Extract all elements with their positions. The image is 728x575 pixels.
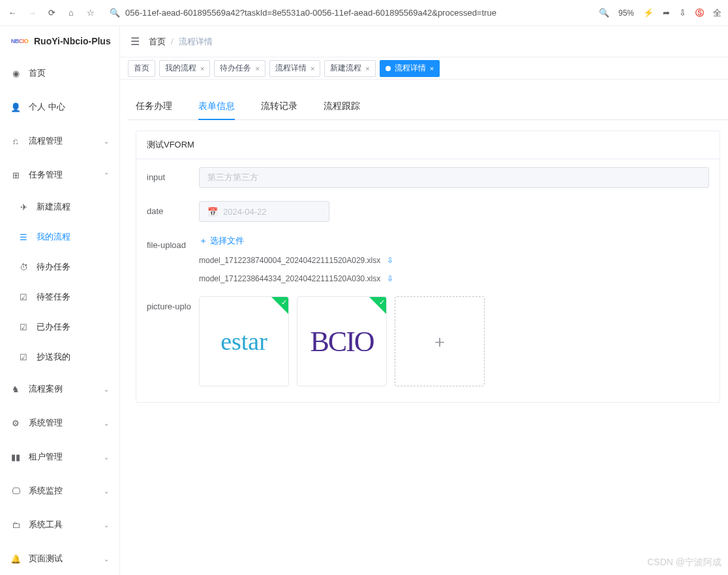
- sidebar-item-label: 已办任务: [37, 321, 70, 333]
- success-badge-icon: [369, 297, 386, 314]
- send-icon: ✈: [18, 202, 29, 212]
- picture-thumbnail[interactable]: BCIO: [297, 296, 387, 386]
- sidebar-item-todo[interactable]: ⏱ 待办任务: [0, 252, 119, 282]
- logo-row[interactable]: NBCIO RuoYi-Nbcio-Plus: [0, 26, 119, 56]
- date-field[interactable]: 📅 2024-04-22: [199, 201, 329, 222]
- input-field[interactable]: 第三方第三方: [199, 167, 709, 188]
- file-name: model_1712238740004_20240422111520A029.x…: [199, 256, 380, 265]
- chevron-down-icon: ⌄: [104, 555, 109, 563]
- flow-icon: ⎌: [10, 136, 21, 146]
- picture-label: picture-uplo: [147, 296, 199, 311]
- tab-new-flow[interactable]: 新建流程×: [324, 60, 375, 77]
- sidebar-item-profile[interactable]: 👤 个人 中心: [0, 90, 119, 124]
- choose-file-button[interactable]: ＋ 选择文件: [199, 235, 709, 247]
- tab-flow-detail-1[interactable]: 流程详情×: [269, 60, 320, 77]
- share-icon[interactable]: ➦: [663, 8, 670, 18]
- sidebar-item-cc[interactable]: ☑ 抄送我的: [0, 342, 119, 372]
- bolt-icon[interactable]: ⚡: [643, 8, 654, 18]
- refresh-icon[interactable]: ⟳: [46, 7, 57, 19]
- sidebar-item-label: 租户管理: [29, 451, 63, 463]
- clock-icon: ⏱: [18, 262, 29, 272]
- close-icon[interactable]: ×: [255, 65, 259, 72]
- url-bar[interactable]: 🔍 056-11ef-aead-601895569a42?taskId=8e55…: [104, 4, 591, 22]
- sidebar-item-tenant[interactable]: ▮▮ 租户管理 ⌄: [0, 440, 119, 474]
- sogou-icon[interactable]: Ⓢ: [695, 7, 704, 19]
- close-icon[interactable]: ×: [430, 65, 434, 72]
- back-icon[interactable]: ←: [7, 7, 18, 19]
- sidebar-item-case[interactable]: ♞ 流程案例 ⌄: [0, 372, 119, 406]
- chevron-down-icon: ⌄: [104, 138, 109, 145]
- main-area: ☰ 首页 / 流程详情 首页 我的流程× 待办任务× 流程详情× 新建流程× 流…: [120, 26, 728, 575]
- sidebar-item-label: 待办任务: [37, 261, 70, 273]
- forward-icon[interactable]: →: [26, 7, 38, 19]
- input-label: input: [147, 167, 199, 182]
- tab-label: 流程详情: [395, 63, 426, 74]
- breadcrumb-sep: /: [171, 37, 174, 46]
- inner-tab-task[interactable]: 任务办理: [136, 94, 172, 119]
- sidebar-item-tosign[interactable]: ☑ 待签任务: [0, 282, 119, 312]
- breadcrumb-home[interactable]: 首页: [149, 36, 166, 48]
- sidebar-item-home[interactable]: ◉ 首页: [0, 56, 119, 90]
- close-icon[interactable]: ×: [200, 65, 204, 72]
- sidebar-item-tools[interactable]: 🗀 系统工具 ⌄: [0, 508, 119, 542]
- chevron-down-icon: ⌄: [104, 521, 109, 529]
- inner-tab-track[interactable]: 流程跟踪: [324, 94, 360, 119]
- picture-upload-button[interactable]: ＋: [395, 296, 485, 386]
- sidebar-item-test[interactable]: 🔔 页面测试 ⌄: [0, 542, 119, 575]
- tab-flow-detail-2[interactable]: 流程详情×: [380, 60, 440, 77]
- close-icon[interactable]: ×: [311, 65, 314, 72]
- logo-text: RuoYi-Nbcio-Plus: [34, 36, 111, 46]
- zoom-out-icon[interactable]: 🔍: [599, 8, 609, 18]
- task-icon: ⊞: [10, 170, 21, 180]
- tab-todo[interactable]: 待办任务×: [214, 60, 265, 77]
- url-text: 056-11ef-aead-601895569a42?taskId=8e5531…: [125, 8, 496, 18]
- download-icon[interactable]: ⇩: [387, 256, 393, 265]
- breadcrumb: 首页 / 流程详情: [149, 36, 213, 48]
- more-text[interactable]: 全: [713, 7, 721, 19]
- sidebar-item-monitor[interactable]: 🖵 系统监控 ⌄: [0, 474, 119, 508]
- plus-icon: ＋: [431, 330, 448, 353]
- active-dot-icon: [386, 66, 391, 71]
- sidebar-item-task-mgmt[interactable]: ⊞ 任务管理 ⌃: [0, 158, 119, 192]
- inner-tab-history[interactable]: 流转记录: [261, 94, 297, 119]
- hamburger-icon[interactable]: ☰: [130, 35, 140, 48]
- download-icon[interactable]: ⇩: [387, 274, 393, 283]
- task-submenu: ✈ 新建流程 ☰ 我的流程 ⏱ 待办任务 ☑ 待签任务 ☑ 已办任务 ☑ 抄送我…: [0, 192, 119, 372]
- sidebar-item-my-flow[interactable]: ☰ 我的流程: [0, 222, 119, 252]
- picture-thumbnail[interactable]: estar: [199, 296, 289, 386]
- sidebar-item-label: 系统管理: [29, 417, 63, 429]
- inner-tab-form[interactable]: 表单信息: [198, 94, 235, 120]
- logo-icon: NBCIO: [10, 35, 29, 47]
- user-icon: 👤: [10, 102, 21, 112]
- case-icon: ♞: [10, 384, 21, 394]
- sidebar-item-label: 我的流程: [37, 231, 70, 243]
- calendar-icon: 📅: [207, 207, 218, 217]
- download-icon[interactable]: ⇩: [679, 8, 686, 18]
- sidebar-item-new-flow[interactable]: ✈ 新建流程: [0, 192, 119, 222]
- sidebar: NBCIO RuoYi-Nbcio-Plus ◉ 首页 👤 个人 中心 ⎌ 流程…: [0, 26, 120, 575]
- check-icon: ☑: [18, 352, 29, 362]
- sidebar-item-label: 待签任务: [37, 291, 70, 303]
- home-icon[interactable]: ⌂: [65, 7, 77, 19]
- chevron-down-icon: ⌄: [104, 420, 109, 427]
- topbar: ☰ 首页 / 流程详情: [120, 26, 728, 57]
- tab-home[interactable]: 首页: [128, 60, 155, 77]
- inner-tabs: 任务办理 表单信息 流转记录 流程跟踪: [128, 87, 728, 120]
- tab-my-flow[interactable]: 我的流程×: [159, 60, 210, 77]
- star-icon[interactable]: ☆: [85, 7, 97, 19]
- watermark: CSDN @宁波阿成: [647, 557, 721, 568]
- sidebar-item-done[interactable]: ☑ 已办任务: [0, 312, 119, 342]
- sidebar-item-label: 首页: [29, 67, 46, 79]
- content: 任务办理 表单信息 流转记录 流程跟踪 测试VFORM input 第三方第三方…: [120, 80, 728, 575]
- sidebar-item-sys-mgmt[interactable]: ⚙ 系统管理 ⌄: [0, 406, 119, 440]
- dashboard-icon: ◉: [10, 69, 21, 78]
- monitor-icon: 🖵: [10, 486, 21, 496]
- chevron-down-icon: ⌄: [104, 386, 109, 393]
- close-icon[interactable]: ×: [365, 65, 369, 72]
- tab-label: 待办任务: [220, 63, 251, 74]
- check-icon: ☑: [18, 292, 29, 302]
- date-value: 2024-04-22: [223, 207, 267, 217]
- sidebar-item-label: 流程案例: [29, 383, 63, 395]
- check-icon: ☑: [18, 322, 29, 332]
- sidebar-item-flow-mgmt[interactable]: ⎌ 流程管理 ⌄: [0, 124, 119, 158]
